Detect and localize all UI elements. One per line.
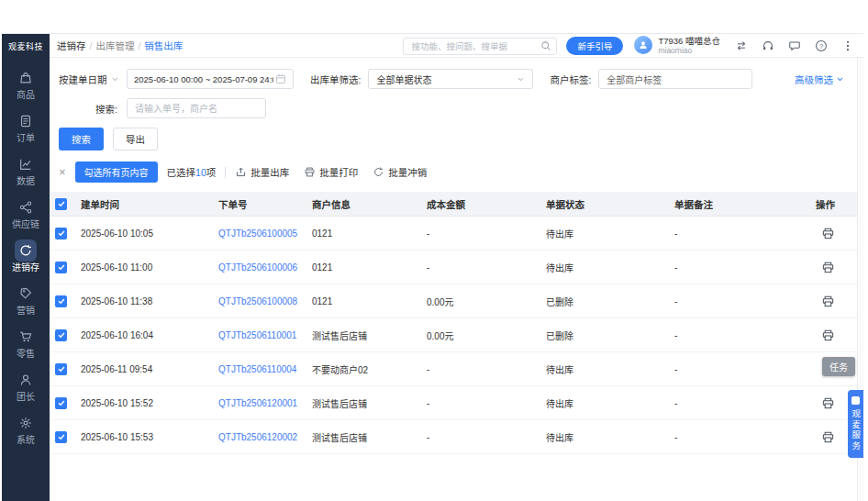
sidebar-item-label: 进销存 [12,263,39,273]
task-tag[interactable]: 任务 [822,357,855,376]
supply-chain-icon [15,196,37,218]
user-box[interactable]: T7936 喵喵总仓 miaomiao [634,36,720,56]
bulk-print-button[interactable]: 批量打印 [304,165,358,179]
merchant-tag-input[interactable] [598,69,752,89]
sidebar-item-label: 零售 [17,350,35,359]
sidebar-item-label: 营销 [17,306,35,316]
sidebar-item-marketing[interactable]: 营销 [2,277,50,320]
cell-remark: - [674,398,812,408]
chevron-down-icon [111,75,119,84]
table-row: 2025-06-10 11:38 QTJTb2506100008 0121 0.… [50,284,857,318]
sidebar-item-label: 系统 [17,436,35,445]
row-checkbox[interactable] [55,228,67,239]
cell-status: 待出库 [546,396,674,410]
sidebar-item-goods[interactable]: 商品 [2,61,50,105]
order-link[interactable]: QTJTb2506110001 [218,330,296,340]
headset-icon[interactable] [762,39,774,52]
table-row: 2025-06-10 15:52 QTJTb2506120001 测试售后店铺 … [50,386,857,420]
row-checkbox[interactable] [55,363,67,375]
search-icon[interactable] [540,40,551,51]
cell-status: 待出库 [546,430,674,444]
print-icon[interactable] [821,396,835,410]
cell-merchant: 测试售后店铺 [312,396,427,410]
cell-cost: - [427,432,546,442]
sidebar-item-system[interactable]: 系统 [2,406,50,450]
service-tab[interactable]: 观麦服务 [848,390,863,458]
row-checkbox[interactable] [55,295,67,307]
data-chart-icon [15,153,37,175]
cell-merchant: 0121 [312,228,427,239]
user-name: miaomiao [658,46,720,55]
breadcrumb-item-inventory[interactable]: 进销存 [57,39,86,52]
sidebar: 观麦科技 商品 订单 数据 [2,34,50,501]
col-header-order-no: 下单号 [218,197,312,211]
select-all-checkbox[interactable] [55,198,67,210]
table-row: 2025-06-10 16:04 QTJTb2506110001 测试售后店铺 … [50,318,857,352]
global-search-input[interactable] [403,38,557,55]
cell-create-time: 2025-06-10 15:53 [81,432,218,442]
date-range-field[interactable] [127,69,294,89]
help-icon[interactable]: ? [815,39,828,52]
guide-button[interactable]: 新手引导 [566,37,623,55]
sidebar-item-inventory[interactable]: 进销存 [2,234,50,277]
row-checkbox[interactable] [55,397,67,409]
more-icon[interactable] [841,39,854,52]
advanced-filter-toggle[interactable]: 高级筛选 [795,72,844,86]
print-icon[interactable] [821,430,835,444]
app-logo: 观麦科技 [2,34,50,58]
global-search [403,37,557,54]
cell-cost: - [427,262,546,273]
sidebar-item-leader[interactable]: 团长 [2,363,50,406]
app-window: 观麦科技 商品 订单 数据 [2,33,863,501]
selected-prefix: 已选择 [167,167,196,178]
row-checkbox[interactable] [55,431,67,443]
selected-suffix: 项 [206,167,217,178]
sidebar-item-label: 供应链 [12,220,39,229]
calendar-icon [275,73,286,84]
row-checkbox[interactable] [55,329,67,341]
chat-icon[interactable] [788,39,801,52]
advanced-filter-label: 高级筛选 [795,72,833,86]
bulk-print-label: 批量打印 [319,165,358,179]
avatar[interactable] [634,36,652,54]
print-icon[interactable] [821,328,835,342]
bulk-writeoff-button[interactable]: 批量冲销 [373,165,427,179]
select-all-pages-button[interactable]: 勾选所有页内容 [75,161,158,183]
bulk-writeoff-label: 批量冲销 [388,165,427,179]
date-range-input[interactable] [134,74,273,84]
order-link[interactable]: QTJTb2506110004 [218,364,296,374]
export-button[interactable]: 导出 [113,128,158,150]
search-button[interactable]: 搜索 [59,128,104,150]
cell-merchant: 0121 [312,296,427,306]
close-icon[interactable]: × [59,166,66,178]
cell-status: 待出库 [546,261,674,274]
table-row: 2025-06-10 10:05 QTJTb2506100005 0121 - … [50,217,857,250]
order-search-input[interactable] [127,98,266,118]
date-type-select[interactable]: 按建单日期 [59,72,119,86]
print-icon[interactable] [821,261,835,274]
system-gear-icon [15,412,37,434]
status-select[interactable]: 全部单据状态 [368,69,533,89]
breadcrumb-item-outbound-mgmt[interactable]: 出库管理 [95,39,134,52]
order-link[interactable]: QTJTb2506100005 [218,228,297,239]
order-link[interactable]: QTJTb2506120001 [218,398,297,408]
order-link[interactable]: QTJTb2506100006 [218,262,297,273]
sidebar-item-label: 订单 [17,134,35,143]
order-link[interactable]: QTJTb2506100008 [218,296,297,306]
order-link[interactable]: QTJTb2506120002 [218,432,297,442]
merchant-tag-label: 商户标签: [550,72,591,86]
sidebar-item-orders[interactable]: 订单 [2,105,50,148]
chevron-down-icon [517,75,525,84]
print-icon[interactable] [821,295,835,308]
cell-remark: - [674,364,812,374]
bulk-outbound-button[interactable]: 批量出库 [235,165,289,179]
sidebar-item-supply-chain[interactable]: 供应链 [2,191,50,234]
main-content: 按建单日期 出库单筛选: 全部单据状态 商户标签: 高级筛选 [50,58,857,501]
print-icon[interactable] [821,227,835,240]
cell-remark: - [674,330,812,340]
service-tab-label: 观麦服务 [851,409,861,451]
sidebar-item-data[interactable]: 数据 [2,148,50,191]
swap-icon[interactable] [735,39,748,52]
sidebar-item-retail[interactable]: 零售 [2,320,50,363]
row-checkbox[interactable] [55,262,67,273]
